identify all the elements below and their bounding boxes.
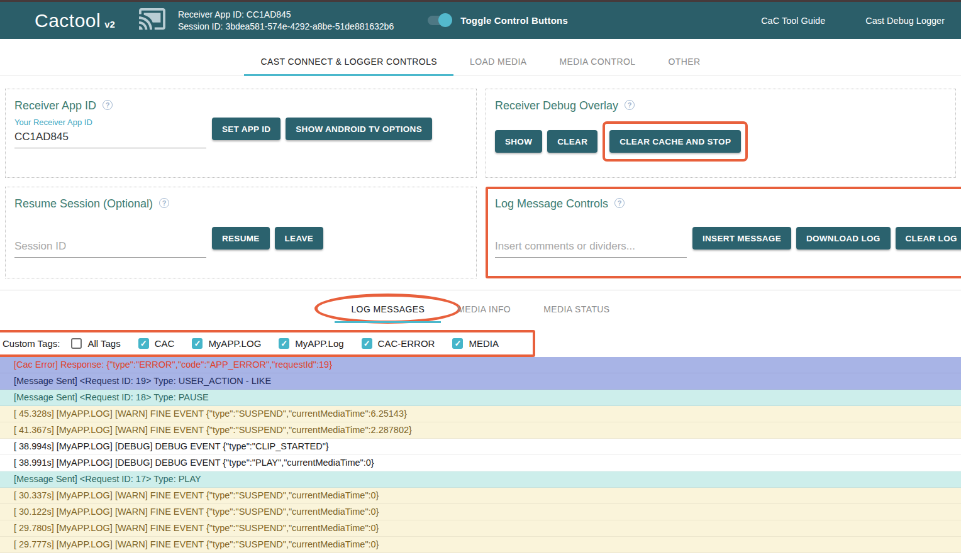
checkbox-box[interactable] — [279, 338, 289, 349]
checkbox-all-tags[interactable]: All Tags — [71, 338, 120, 349]
log-row: [ 30.122s] [MyAPP.LOG] [WARN] FINE EVENT… — [0, 504, 961, 520]
app-header: Cactool v2 Receiver App ID: CC1AD845 Ses… — [0, 2, 961, 39]
custom-tags-bar: Custom Tags: All Tags CAC MyAPP.LOG MyAP… — [0, 330, 535, 357]
tab-media-control[interactable]: MEDIA CONTROL — [543, 47, 652, 75]
checkbox-label: CAC — [155, 338, 175, 349]
help-icon[interactable] — [614, 198, 625, 208]
panel-title-receiver-app-id: Receiver App ID — [14, 99, 96, 113]
log-row: [ 29.777s] [MyAPP.LOG] [WARN] FINE EVENT… — [0, 537, 961, 553]
tab-cast-connect-logger-controls[interactable]: CAST CONNECT & LOGGER CONTROLS — [244, 47, 453, 75]
link-cast-debug-logger[interactable]: Cast Debug Logger — [865, 16, 945, 26]
clear-cache-and-stop-button[interactable]: CLEAR CACHE AND STOP — [609, 130, 741, 153]
checkbox-cac[interactable]: CAC — [138, 338, 175, 349]
set-app-id-button[interactable]: SET APP ID — [212, 118, 281, 140]
panel-title-receiver-debug-overlay: Receiver Debug Overlay — [495, 99, 618, 113]
log-row: [ 29.780s] [MyAPP.LOG] [WARN] FINE EVENT… — [0, 520, 961, 537]
checkbox-myapp-log-mixed[interactable]: MyAPP.Log — [279, 338, 343, 349]
control-buttons-toggle[interactable] — [428, 16, 450, 25]
log-row: [Message Sent] <Request ID: 19> Type: US… — [0, 373, 961, 390]
checkbox-label: MyAPP.LOG — [208, 338, 261, 349]
help-icon[interactable] — [625, 100, 635, 110]
checkbox-label: MEDIA — [469, 338, 499, 349]
checkbox-cac-error[interactable]: CAC-ERROR — [362, 338, 435, 349]
session-id-input[interactable] — [14, 238, 206, 258]
app-version: v2 — [104, 19, 115, 30]
log-row: [Message Sent] <Request ID: 18> Type: PA… — [0, 390, 961, 406]
tab-log-messages[interactable]: LOG MESSAGES — [335, 304, 441, 314]
cast-icon — [138, 8, 167, 33]
help-icon[interactable] — [103, 100, 113, 110]
checkbox-box[interactable] — [192, 338, 203, 349]
leave-button[interactable]: LEAVE — [275, 227, 324, 250]
help-icon[interactable] — [159, 198, 169, 208]
checkbox-box[interactable] — [138, 338, 149, 349]
toggle-label: Toggle Control Buttons — [460, 15, 568, 26]
custom-tags-label: Custom Tags: — [3, 338, 60, 349]
checkbox-box[interactable] — [452, 338, 463, 349]
annotation-clear-cache-highlight: CLEAR CACHE AND STOP — [603, 121, 748, 162]
tab-other[interactable]: OTHER — [652, 47, 717, 75]
tab-media-status[interactable]: MEDIA STATUS — [527, 304, 626, 314]
link-cac-tool-guide[interactable]: CaC Tool Guide — [761, 16, 825, 26]
panel-title-resume-session: Resume Session (Optional) — [14, 197, 153, 211]
header-links: CaC Tool Guide Cast Debug Logger — [761, 16, 945, 26]
receiver-app-id-input-label: Your Receiver App ID — [14, 118, 206, 127]
log-row: [Cac Error] Response: {"type":"ERROR","c… — [0, 357, 961, 373]
receiver-app-id-text: Receiver App ID: CC1AD845 — [178, 9, 394, 21]
panel-resume-session: Resume Session (Optional) RESUME LEAVE — [5, 187, 477, 278]
main-tab-bar: CAST CONNECT & LOGGER CONTROLS LOAD MEDI… — [0, 47, 961, 76]
panel-title-log-message-controls: Log Message Controls — [495, 197, 608, 211]
show-overlay-button[interactable]: SHOW — [495, 130, 542, 153]
log-row: [ 30.337s] [MyAPP.LOG] [WARN] FINE EVENT… — [0, 488, 961, 504]
panel-receiver-app-id: Receiver App ID Your Receiver App ID SET… — [5, 89, 477, 178]
toggle-track[interactable] — [428, 16, 450, 25]
checkbox-myapp-log-upper[interactable]: MyAPP.LOG — [192, 338, 261, 349]
checkbox-label: CAC-ERROR — [378, 338, 435, 349]
show-android-tv-options-button[interactable]: SHOW ANDROID TV OPTIONS — [286, 118, 432, 140]
checkbox-box[interactable] — [362, 338, 372, 349]
tab-media-info[interactable]: MEDIA INFO — [441, 304, 527, 314]
log-message-list: [Cac Error] Response: {"type":"ERROR","c… — [0, 357, 961, 553]
clear-log-button[interactable]: CLEAR LOG — [896, 227, 961, 250]
checkbox-box[interactable] — [71, 338, 82, 349]
panel-log-message-controls: Log Message Controls INSERT MESSAGE DOWN… — [486, 187, 961, 278]
download-log-button[interactable]: DOWNLOAD LOG — [796, 227, 891, 250]
resume-button[interactable]: RESUME — [212, 227, 270, 250]
checkbox-media[interactable]: MEDIA — [452, 338, 499, 349]
toggle-knob[interactable] — [438, 13, 452, 27]
receiver-app-id-input[interactable] — [14, 128, 206, 148]
log-row: [ 38.994s] [MyAPP.LOG] [DEBUG] DEBUG EVE… — [0, 439, 961, 455]
log-row: [ 41.367s] [MyAPP.LOG] [WARN] FINE EVENT… — [0, 422, 961, 439]
checkbox-label: All Tags — [87, 338, 120, 349]
session-id-text: Session ID: 3bdea581-574e-4292-a8be-51de… — [178, 21, 394, 33]
log-row: [ 38.991s] [MyAPP.LOG] [DEBUG] DEBUG EVE… — [0, 455, 961, 471]
log-row: [Message Sent] <Request ID: 17> Type: PL… — [0, 471, 961, 488]
panel-receiver-debug-overlay: Receiver Debug Overlay SHOW CLEAR CLEAR … — [486, 89, 956, 178]
log-row: [ 45.328s] [MyAPP.LOG] [WARN] FINE EVENT… — [0, 406, 961, 422]
controls-section: Receiver App ID Your Receiver App ID SET… — [0, 76, 961, 290]
insert-comment-input[interactable] — [495, 238, 687, 258]
app-title: Cactool — [35, 10, 101, 31]
log-tab-bar: LOG MESSAGES MEDIA INFO MEDIA STATUS — [0, 290, 961, 327]
insert-message-button[interactable]: INSERT MESSAGE — [692, 227, 791, 250]
tab-load-media[interactable]: LOAD MEDIA — [453, 47, 543, 75]
clear-overlay-button[interactable]: CLEAR — [547, 130, 597, 153]
checkbox-label: MyAPP.Log — [295, 338, 343, 349]
